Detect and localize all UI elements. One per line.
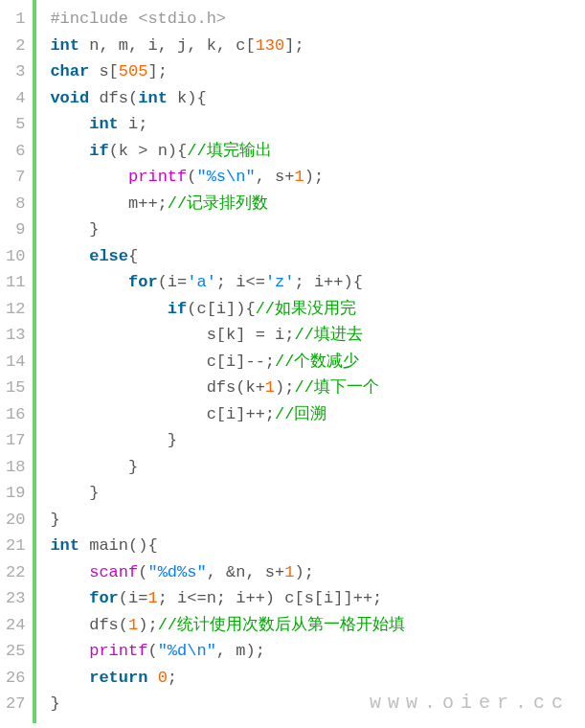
- code-line: else{: [50, 243, 405, 270]
- token-pl: (k > n){: [109, 142, 188, 160]
- token-pl: [50, 142, 89, 160]
- line-number: 27: [6, 691, 25, 717]
- token-pl: }: [50, 220, 99, 239]
- token-pl: , &n, s+: [207, 563, 285, 581]
- token-pl: dfs(k+: [50, 378, 264, 397]
- token-cmt: //填下一个: [294, 378, 378, 397]
- code-line: dfs(k+1);//填下一个: [50, 375, 405, 401]
- token-chr: 'z': [265, 273, 295, 291]
- line-number: 18: [6, 454, 25, 481]
- token-pl: ; i<=n; i++) c[s[i]]++;: [158, 589, 383, 607]
- token-pl: ];: [284, 36, 304, 55]
- token-pl: ; i<=: [216, 273, 265, 291]
- token-kw: void: [50, 89, 89, 107]
- code-line: }: [50, 427, 405, 454]
- token-pl: [50, 589, 89, 607]
- line-number: 1: [6, 6, 25, 33]
- token-kw: int: [138, 89, 168, 107]
- token-num: 1: [128, 616, 138, 634]
- code-line: if(k > n){//填完输出: [50, 138, 405, 165]
- line-number: 25: [6, 638, 25, 665]
- line-number: 23: [6, 585, 25, 612]
- token-kw: for: [89, 589, 119, 607]
- token-pl: );: [294, 563, 313, 581]
- token-pl: main(){: [79, 536, 158, 555]
- code-line: s[k] = i;//填进去: [50, 322, 405, 349]
- token-pl: s[k] = i;: [50, 326, 294, 344]
- token-pl: [147, 669, 157, 687]
- code-line: }: [50, 454, 405, 481]
- token-pl: ];: [147, 62, 167, 80]
- token-num: 1: [294, 168, 304, 186]
- code-line: dfs(1);//统计使用次数后从第一格开始填: [50, 612, 405, 639]
- line-number: 16: [6, 401, 25, 428]
- token-pl: [50, 669, 89, 687]
- token-kw: char: [50, 62, 89, 80]
- token-cmt: //个数减少: [275, 353, 359, 371]
- token-cmt: //统计使用次数后从第一格开始填: [158, 616, 405, 634]
- token-str: "%d%s": [147, 563, 206, 581]
- token-kw: if: [168, 300, 187, 318]
- line-number: 17: [6, 427, 25, 454]
- line-number: 26: [6, 665, 25, 692]
- line-number: 15: [6, 375, 25, 401]
- token-pl: }: [50, 694, 59, 713]
- code-line: }: [50, 216, 405, 243]
- line-number: 8: [6, 191, 25, 217]
- token-num: 130: [256, 36, 285, 55]
- token-pl: [50, 168, 128, 186]
- code-line: for(i='a'; i<='z'; i++){: [50, 269, 405, 296]
- line-number: 5: [6, 111, 25, 138]
- token-pl: n, m, i, j, k, c[: [79, 36, 256, 55]
- line-number: 13: [6, 322, 25, 349]
- token-pl: [50, 642, 89, 660]
- line-number: 7: [6, 164, 25, 191]
- token-kw: int: [50, 536, 79, 555]
- code-line: for(i=1; i<=n; i++) c[s[i]]++;: [50, 585, 405, 612]
- token-pl: m++;: [50, 194, 167, 213]
- token-pl: (c[i]){: [187, 300, 255, 318]
- token-pl: {: [128, 247, 138, 265]
- token-pl: c[i]--;: [50, 353, 275, 371]
- token-num: 1: [284, 563, 294, 581]
- line-number: 6: [6, 138, 25, 165]
- line-number: 22: [6, 559, 25, 586]
- token-num: 0: [158, 669, 168, 687]
- token-pl: }: [50, 458, 138, 476]
- line-number: 24: [6, 612, 25, 639]
- token-pl: [50, 300, 167, 318]
- token-pl: s[: [89, 62, 119, 80]
- line-number: 19: [6, 480, 25, 507]
- token-num: 505: [119, 62, 148, 80]
- token-kw: if: [89, 142, 108, 160]
- token-pl: }: [50, 431, 177, 449]
- code-line: printf("%d\n", m);: [50, 638, 405, 665]
- token-kw: return: [89, 669, 147, 687]
- token-pl: , s+: [256, 168, 295, 186]
- code-line: }: [50, 507, 405, 534]
- code-line: m++;//记录排列数: [50, 191, 405, 217]
- code-line: }: [50, 691, 405, 717]
- token-num: 1: [147, 589, 157, 607]
- token-pp: #include <stdio.h>: [50, 10, 226, 28]
- line-number: 9: [6, 216, 25, 243]
- code-line: if(c[i]){//如果没用完: [50, 296, 405, 323]
- line-number: 12: [6, 296, 25, 323]
- token-cmt: //填进去: [294, 326, 362, 344]
- token-kw: else: [89, 247, 128, 265]
- token-kw: for: [128, 273, 158, 291]
- token-pl: (i=: [119, 589, 148, 607]
- code-line: char s[505];: [50, 58, 405, 85]
- line-number: 4: [6, 85, 25, 112]
- token-pl: , m);: [216, 642, 265, 660]
- token-kw: int: [89, 115, 119, 133]
- token-kw: int: [50, 36, 79, 55]
- token-pl: k){: [168, 89, 207, 107]
- token-pl: );: [138, 616, 157, 634]
- token-pl: [50, 115, 89, 133]
- token-chr: 'a': [187, 273, 216, 291]
- token-pl: i;: [119, 115, 148, 133]
- token-pl: }: [50, 511, 59, 529]
- line-number: 10: [6, 243, 25, 270]
- code-line: #include <stdio.h>: [50, 6, 405, 33]
